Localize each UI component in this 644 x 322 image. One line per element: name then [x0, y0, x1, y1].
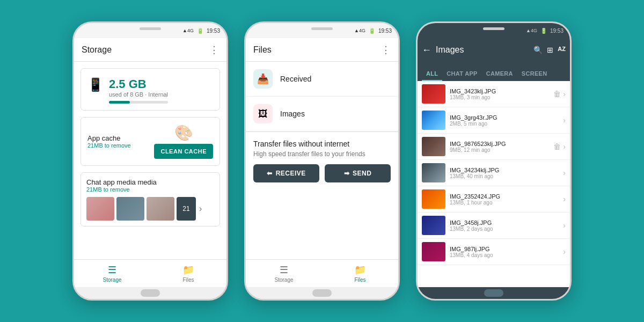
- img-name-2: IMG_9876523klj.JPG: [450, 141, 549, 147]
- storage-progress-fill: [109, 101, 130, 104]
- storage-size: 2.5 GB: [109, 77, 168, 91]
- phone-home-1[interactable]: [74, 287, 226, 299]
- files-title: Files: [253, 45, 272, 55]
- thumb-1[interactable]: [86, 197, 114, 221]
- storage-icon-row: 📱 2.5 GB used of 8 GB · Internal: [87, 77, 213, 104]
- phone-speaker-2: [311, 27, 333, 30]
- img-info-3: IMG_34234klj.JPG 13MB, 40 min ago: [450, 167, 559, 179]
- send-arrow-icon: ➡: [344, 170, 350, 177]
- img-actions-6: ›: [563, 247, 566, 256]
- nav-files-2[interactable]: 📁 Files: [322, 260, 398, 287]
- image-row-2[interactable]: IMG_9876523klj.JPG 9MB, 12 min ago 🗑 ›: [418, 134, 570, 160]
- image-row-4[interactable]: IMG_2352424.JPG 13MB, 1 hour ago ›: [418, 186, 570, 213]
- img-thumb-3: [422, 163, 445, 182]
- search-icon[interactable]: 🔍: [533, 46, 543, 54]
- send-button[interactable]: ➡ SEND: [325, 164, 391, 182]
- signal-icon-2: ▲4G: [354, 28, 365, 33]
- files-menu-icon[interactable]: ⋮: [381, 44, 391, 56]
- thumb-3[interactable]: [147, 197, 174, 221]
- chevron-icon-5[interactable]: ›: [563, 221, 566, 230]
- chat-media-title: Chat app media media: [86, 178, 214, 186]
- home-button-1[interactable]: [141, 289, 160, 297]
- img-name-5: IMG_3458j.JPG: [450, 219, 559, 226]
- image-row-5[interactable]: IMG_3458j.JPG 13MB, 2 days ago ›: [418, 213, 570, 239]
- nav-storage-icon-2: ☰: [280, 264, 288, 276]
- nav-storage-icon: ☰: [108, 264, 116, 276]
- phone3-content: ← Images 🔍 ⊞ AZ ALL CHAT APP CAMERA SCRE…: [418, 38, 570, 287]
- img-thumb-2: [422, 137, 445, 156]
- transfer-section: Transfer files without internet High spe…: [246, 131, 398, 190]
- chevron-icon-2[interactable]: ›: [563, 142, 566, 151]
- send-label: SEND: [353, 170, 371, 177]
- file-item-received[interactable]: 📥 Received: [246, 62, 398, 97]
- img-name-1: IMG_3grg43r.JPG: [450, 114, 559, 121]
- img-info-6: IMG_987lj.JPG 13MB, 4 days ago: [450, 246, 559, 258]
- image-row-6[interactable]: IMG_987lj.JPG 13MB, 4 days ago ›: [418, 239, 570, 265]
- img-thumb-4: [422, 189, 445, 209]
- img-thumb-6: [422, 242, 445, 261]
- chevron-icon-0[interactable]: ›: [563, 90, 566, 98]
- file-item-images[interactable]: 🖼 Images: [246, 97, 398, 131]
- nav-storage-1[interactable]: ☰ Storage: [74, 260, 150, 287]
- img-thumb-1: [422, 111, 445, 130]
- storage-menu-icon[interactable]: ⋮: [209, 44, 219, 56]
- storage-progress-bg: [109, 101, 168, 104]
- delete-icon-0[interactable]: 🗑: [553, 90, 561, 98]
- img-info-2: IMG_9876523klj.JPG 9MB, 12 min ago: [450, 141, 549, 153]
- img-actions-0: 🗑 ›: [553, 90, 566, 98]
- phone-storage: ▲4G 🔋 19:53 Storage ⋮ 📱 2.5 GB used of 8…: [72, 21, 228, 301]
- img-meta-5: 13MB, 2 days ago: [450, 226, 559, 232]
- transfer-buttons: ⬅ RECEIVE ➡ SEND: [253, 164, 391, 182]
- sort-icon[interactable]: AZ: [558, 46, 566, 54]
- storage-title: Storage: [82, 45, 112, 55]
- chevron-icon-4[interactable]: ›: [563, 195, 566, 203]
- files-list: 📥 Received 🖼 Images 🎬 Videos 🎵 Audio: [246, 62, 398, 131]
- time-2: 19:53: [378, 28, 392, 34]
- img-actions-1: ›: [563, 116, 566, 125]
- nav-storage-2[interactable]: ☰ Storage: [246, 260, 322, 287]
- phone-home-3[interactable]: [418, 287, 570, 299]
- thumb-more[interactable]: 21: [177, 197, 196, 221]
- chevron-icon-3[interactable]: ›: [563, 169, 566, 177]
- transfer-sub: High speed transfer files to your friend…: [253, 150, 391, 158]
- delete-icon-2[interactable]: 🗑: [553, 142, 561, 151]
- img-info-1: IMG_3grg43r.JPG 2MB, 5 min ago: [450, 114, 559, 127]
- img-name-4: IMG_2352424.JPG: [450, 193, 559, 200]
- tab-camera[interactable]: CAMERA: [482, 67, 517, 81]
- receive-label: RECEIVE: [276, 170, 306, 177]
- home-button-3[interactable]: [484, 289, 503, 297]
- image-row-3[interactable]: IMG_34234klj.JPG 13MB, 40 min ago ›: [418, 160, 570, 186]
- grid-icon[interactable]: ⊞: [547, 46, 553, 54]
- tab-all[interactable]: ALL: [422, 67, 442, 81]
- receive-button[interactable]: ⬅ RECEIVE: [253, 164, 319, 182]
- img-actions-3: ›: [563, 169, 566, 177]
- chat-media-sub: 21MB to remove: [86, 186, 214, 193]
- battery-icon-1: 🔋: [197, 28, 203, 34]
- img-actions-2: 🗑 ›: [553, 142, 566, 151]
- img-meta-2: 9MB, 12 min ago: [450, 147, 549, 153]
- filter-tabs: ALL CHAT APP CAMERA SCREEN: [418, 62, 570, 81]
- cache-sub: 21MB to remove: [87, 142, 131, 149]
- chevron-icon-6[interactable]: ›: [563, 247, 566, 256]
- files-bottom-nav: ☰ Storage 📁 Files: [246, 259, 398, 287]
- chevron-icon-1[interactable]: ›: [563, 116, 566, 125]
- phone-home-2[interactable]: [246, 287, 398, 299]
- phone2-content: Files ⋮ 📥 Received 🖼 Images 🎬 Videos 🎵 A…: [246, 38, 398, 287]
- img-meta-6: 13MB, 4 days ago: [450, 252, 559, 258]
- thumb-arrow-icon: ›: [199, 204, 202, 214]
- storage-card: 📱 2.5 GB used of 8 GB · Internal: [80, 68, 220, 111]
- img-meta-3: 13MB, 40 min ago: [450, 173, 559, 179]
- clean-cache-button[interactable]: CLEAN CACHE: [154, 144, 213, 159]
- tab-screen[interactable]: SCREEN: [517, 67, 552, 81]
- thumb-2[interactable]: [116, 197, 144, 221]
- receive-arrow-icon: ⬅: [267, 170, 273, 177]
- storage-info: used of 8 GB · Internal: [109, 91, 168, 98]
- tab-chat-app[interactable]: CHAT APP: [442, 67, 481, 81]
- nav-files-1[interactable]: 📁 Files: [150, 260, 226, 287]
- image-list: IMG_3423klj.JPG 13MB, 3 min ago 🗑 › IMG_…: [418, 81, 570, 287]
- back-icon[interactable]: ←: [422, 45, 431, 56]
- home-button-2[interactable]: [312, 289, 332, 297]
- transfer-title: Transfer files without internet: [253, 140, 391, 148]
- image-row-0[interactable]: IMG_3423klj.JPG 13MB, 3 min ago 🗑 ›: [418, 81, 570, 107]
- image-row-1[interactable]: IMG_3grg43r.JPG 2MB, 5 min ago ›: [418, 107, 570, 134]
